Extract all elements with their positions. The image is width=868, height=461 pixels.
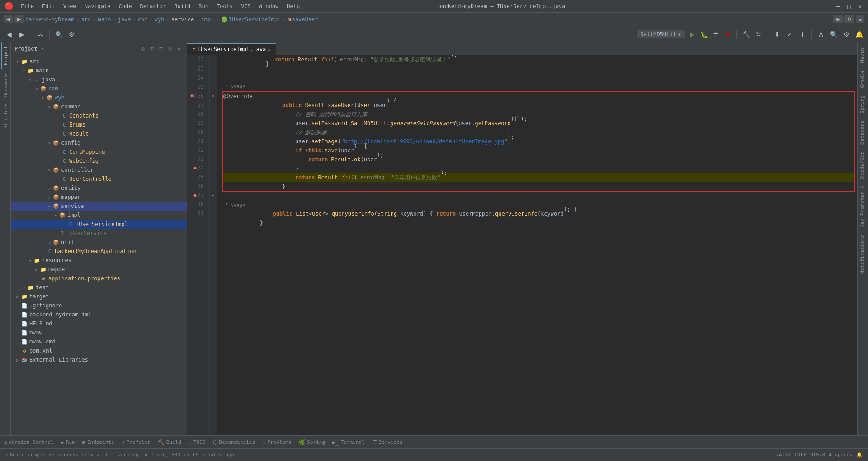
menu-build[interactable]: Build [170,2,194,10]
tree-item-main[interactable]: ▾ 📁 main [11,66,187,75]
tree-item-java[interactable]: ▾ ☕ java [11,75,187,84]
settings-button[interactable]: ⚙ [844,15,854,23]
toolbar-settings-btn[interactable]: ⚙ [66,29,77,40]
menu-refactor[interactable]: Refactor [136,2,170,10]
dependencies-tab[interactable]: ⬡ Dependencies [209,436,259,448]
tree-item-help[interactable]: 📄 HELP.md [11,319,187,328]
breadcrumb-java[interactable]: java [118,16,131,23]
tree-item-gitignore[interactable]: 📄 .gitignore [11,301,187,310]
panel-settings-btn[interactable]: ⚙ [166,45,174,53]
version-control-tab[interactable]: ◎ Version Control [0,436,57,448]
reload-btn[interactable]: ↻ [753,29,764,40]
toolbar-forward-btn[interactable]: ▶ [16,29,27,40]
tree-item-controller[interactable]: ▾ 📦 controller [11,165,187,174]
cursor-position[interactable]: 74:27 [774,452,793,458]
tree-item-ext-libs[interactable]: ▷ 📚 External Libraries [11,355,187,364]
tree-item-usercontroller[interactable]: C UserController [11,174,187,183]
run-with-coverage-btn[interactable]: ☂ [710,29,721,40]
tree-item-mvnw[interactable]: 📄 mvnw [11,328,187,337]
tree-item-util[interactable]: ▷ 📦 util [11,238,187,247]
find-btn[interactable]: 🔍 [828,29,839,40]
breadcrumb-method-name[interactable]: saveUser [292,16,318,23]
breadcrumb-src[interactable]: src [81,16,91,23]
gutter-66[interactable]: ▾ [210,91,217,100]
tree-item-result[interactable]: C Result [11,129,187,138]
breadcrumb-com[interactable]: com [138,16,148,23]
tree-item-pom[interactable]: ⚙ pom.xml [11,346,187,355]
back-button[interactable]: ◀ [4,15,13,23]
breadcrumb-main[interactable]: main [98,16,111,23]
debug-button[interactable]: 🐛 [698,29,709,40]
spring-bottom-tab[interactable]: 🌿 Spring [295,436,329,448]
breadcrumb-method[interactable]: m [288,16,291,23]
services-tab[interactable]: ☰ Services [368,436,406,448]
tree-item-common[interactable]: ▾ 📦 common [11,102,187,111]
key-promoter-tab[interactable]: Key Promoter X [858,182,868,231]
line-ending[interactable]: CRLF [793,452,808,458]
tree-item-mapper[interactable]: ▷ 📦 mapper [11,193,187,202]
code-content[interactable]: return Result.fail( errorMsg: "登录失败,账号或者… [217,55,857,435]
tree-item-config[interactable]: ▾ 📦 config [11,138,187,147]
tree-item-wyh[interactable]: ▾ 📦 wyh [11,93,187,102]
notifications-indicator[interactable]: 🔔 [854,452,864,458]
menu-tools[interactable]: Tools [213,2,236,10]
toolbar-search-btn[interactable]: 🔍 [53,29,64,40]
breadcrumb-class[interactable]: IUserServiceImpl [229,16,281,23]
tree-item-impl[interactable]: ▾ 📦 impl [11,211,187,220]
recent-files-button[interactable]: ◉ [833,15,843,23]
maven-tab[interactable]: Maven [858,44,868,66]
structure-tab[interactable]: Structure [1,100,9,132]
terminal-tab[interactable]: ▶_ Terminal [329,436,368,448]
translate-btn[interactable]: A [816,29,826,40]
endpoints-tab[interactable]: ⊞ Endpoints [79,436,118,448]
stop-button[interactable]: ■ [722,29,733,40]
database-tab[interactable]: Database [858,117,868,148]
run-config-selector[interactable]: SaltMD5Util ▾ [637,30,685,38]
panel-collapse-btn[interactable]: ⊟ [157,45,165,53]
tree-item-constants[interactable]: C Constants [11,111,187,120]
tree-item-iuserservice[interactable]: I IUserService [11,229,187,238]
build-tab[interactable]: 🔨 Build [154,436,185,448]
todo-tab[interactable]: ✓ TODO [185,436,209,448]
bookmarks-tab[interactable]: Bookmarks [1,69,9,100]
close-button[interactable]: ✕ [856,3,863,10]
breadcrumb-wyh[interactable]: wyh [155,16,165,23]
run-button[interactable]: ▶ [687,29,698,40]
git-update-btn[interactable]: ⬇ [772,29,783,40]
toolbar-back-btn[interactable]: ◀ [4,29,14,40]
tree-item-enums[interactable]: C Enums [11,120,187,129]
xcode-tab[interactable]: Xcode/Git [858,148,868,183]
indent-setting[interactable]: 4 spaces [827,452,854,458]
breadcrumb-service[interactable]: service [171,16,194,23]
menu-code[interactable]: Code [115,2,136,10]
notifications-btn[interactable]: 🔔 [854,29,864,40]
panel-hide-btn[interactable]: ✕ [175,45,183,53]
profiler-tab[interactable]: ⚡ Profiler [118,436,154,448]
menu-vcs[interactable]: VCS [237,2,255,10]
breadcrumb-project[interactable]: backend-myDream [25,16,74,23]
maximize-button[interactable]: □ [845,3,853,10]
tree-item-corsmapping[interactable]: C CorsMapping [11,147,187,156]
terminal-btn[interactable]: ⚙ [841,29,852,40]
tab-close-btn[interactable]: ✕ [268,47,270,52]
spring-tab[interactable]: Spring [858,92,868,117]
menu-window[interactable]: Window [255,2,282,10]
run-tab[interactable]: ▶ Run [57,436,79,448]
menu-help[interactable]: Help [283,2,303,10]
notifications-tab[interactable]: Notifications [858,231,868,278]
panel-locate-btn[interactable]: ◎ [139,45,147,53]
build-btn[interactable]: 🔨 [741,29,751,40]
tree-item-target[interactable]: ▷ 📁 target [11,292,187,301]
tree-item-com[interactable]: ▾ 📦 com [11,84,187,93]
collapse-button[interactable]: ≡ [856,15,864,23]
gradle-tab[interactable]: Gradle [858,66,868,92]
tree-item-webconfig[interactable]: C WebConfig [11,156,187,165]
tree-item-mvnwcmd[interactable]: 📄 mvnw.cmd [11,337,187,346]
tree-item-resources[interactable]: ▾ 📁 resources [11,256,187,265]
tree-item-test[interactable]: ▷ 📁 test [11,283,187,292]
tree-item-app-props[interactable]: ⚙ application.properties [11,274,187,283]
git-push-btn[interactable]: ⬆ [797,29,808,40]
tree-item-iml[interactable]: 📄 backend-mydream.iml [11,310,187,319]
toolbar-vcs-btn[interactable]: ⎇ [35,29,46,40]
project-tab[interactable]: Project [1,42,9,69]
